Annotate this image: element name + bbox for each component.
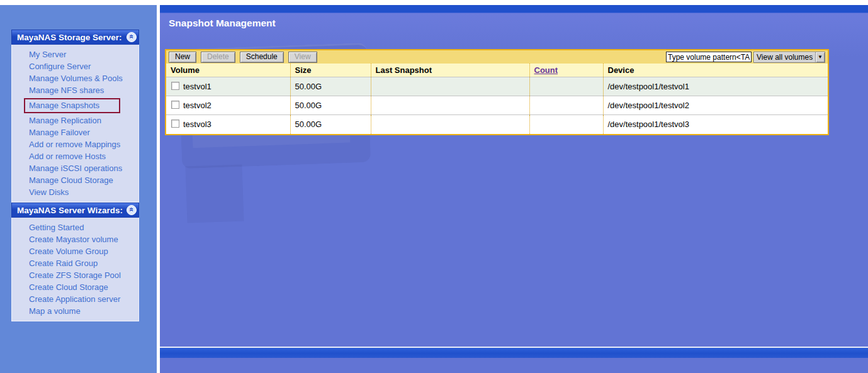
column-header-size: Size — [290, 64, 371, 77]
volume-pattern-input[interactable] — [666, 52, 752, 62]
toolbar-filter-group: View all volumes ▼ — [666, 52, 825, 63]
collapse-section-icon[interactable]: « — [127, 205, 137, 215]
volume-name: testvol2 — [183, 101, 211, 110]
volume-size: 50.00G — [290, 96, 371, 115]
table-row: testvol1 50.00G /dev/testpool1/testvol1 — [166, 77, 828, 96]
column-header-volume: Volume — [166, 64, 290, 77]
table-row: testvol2 50.00G /dev/testpool1/testvol2 — [166, 96, 828, 115]
sidebar-item-create-raid-group[interactable]: Create Raid Group — [12, 257, 138, 269]
device-path: /dev/testpool1/testvol3 — [603, 115, 828, 134]
column-header-last-snapshot: Last Snapshot — [371, 64, 529, 77]
delete-button: Delete — [201, 52, 235, 63]
row-checkbox[interactable] — [171, 101, 179, 109]
view-button: View — [288, 52, 317, 63]
last-snapshot — [371, 115, 529, 134]
menu-section-title: MayaNAS Server Wizards: — [17, 206, 123, 215]
dropdown-arrow-button[interactable]: ▼ — [815, 52, 825, 62]
volume-size: 50.00G — [290, 77, 371, 96]
sidebar-item-manage-replication[interactable]: Manage Replication — [12, 114, 138, 126]
menu-section-storage-server-header: MayaNAS Storage Server: « — [11, 30, 139, 45]
sidebar-item-create-mayastor-volume[interactable]: Create Mayastor volume — [12, 233, 138, 245]
table-header-row: Volume Size Last Snapshot Count Device — [166, 64, 828, 77]
menu-section-title: MayaNAS Storage Server: — [17, 33, 122, 42]
menu-section-wizards-header: MayaNAS Server Wizards: « — [11, 203, 139, 218]
volume-filter-select[interactable]: View all volumes ▼ — [753, 52, 825, 63]
sidebar-item-my-server[interactable]: My Server — [12, 48, 138, 60]
main-top-bar — [160, 5, 868, 13]
volume-name: testvol3 — [183, 120, 211, 129]
snapshot-grid: New Delete Schedule View View all volume… — [165, 49, 829, 135]
volume-size: 50.00G — [290, 115, 371, 134]
volume-filter-selected-value: View all volumes — [754, 53, 815, 62]
collapse-section-icon[interactable]: « — [127, 32, 137, 42]
sidebar-item-manage-failover[interactable]: Manage Failover — [12, 126, 138, 138]
sidebar-item-view-disks[interactable]: View Disks — [12, 186, 138, 198]
footer-bottom-strip — [160, 358, 868, 373]
sidebar-item-map-a-volume[interactable]: Map a volume — [12, 305, 138, 317]
row-checkbox[interactable] — [171, 82, 179, 90]
row-checkbox[interactable] — [171, 120, 179, 128]
menu-section-storage-server-items: My Server Configure Server Manage Volume… — [11, 45, 139, 203]
sidebar-item-manage-snapshots[interactable]: Manage Snapshots — [29, 99, 119, 111]
schedule-button[interactable]: Schedule — [240, 52, 284, 63]
main-content: Snapshot Management New Delete Schedule … — [160, 13, 868, 347]
last-snapshot — [371, 77, 529, 96]
sidebar-item-manage-cloud-storage[interactable]: Manage Cloud Storage — [12, 174, 138, 186]
column-header-count: Count — [529, 64, 603, 77]
top-margin-strip — [0, 0, 868, 5]
snapshot-toolbar: New Delete Schedule View View all volume… — [166, 50, 828, 64]
device-path: /dev/testpool1/testvol2 — [603, 96, 828, 115]
main-panel: Snapshot Management New Delete Schedule … — [160, 5, 868, 373]
sidebar-item-manage-iscsi[interactable]: Manage iSCSI operations — [12, 162, 138, 174]
active-item-highlight: Manage Snapshots — [24, 98, 120, 113]
sidebar-item-add-remove-mappings[interactable]: Add or remove Mappings — [12, 138, 138, 150]
sidebar: MayaNAS Storage Server: « My Server Conf… — [0, 5, 157, 373]
chevron-down-icon: ▼ — [818, 55, 823, 60]
new-button[interactable]: New — [169, 52, 196, 63]
column-header-device: Device — [603, 64, 828, 77]
snapshot-count — [529, 77, 603, 96]
sidebar-item-create-zfs-pool[interactable]: Create ZFS Storage Pool — [12, 269, 138, 281]
snapshot-count — [529, 96, 603, 115]
page-title: Snapshot Management — [169, 18, 276, 29]
device-path: /dev/testpool1/testvol1 — [603, 77, 828, 96]
table-row: testvol3 50.00G /dev/testpool1/testvol3 — [166, 115, 828, 134]
volumes-table: Volume Size Last Snapshot Count Device t… — [166, 64, 828, 134]
sidebar-item-create-application-server[interactable]: Create Application server — [12, 293, 138, 305]
sidebar-item-getting-started[interactable]: Getting Started — [12, 221, 138, 233]
count-sort-link[interactable]: Count — [534, 65, 558, 75]
sidebar-item-manage-volumes-pools[interactable]: Manage Volumes & Pools — [12, 72, 138, 84]
sidebar-item-add-remove-hosts[interactable]: Add or remove Hosts — [12, 150, 138, 162]
sidebar-menu: MayaNAS Storage Server: « My Server Conf… — [11, 30, 139, 321]
snapshot-count — [529, 115, 603, 134]
sidebar-item-create-volume-group[interactable]: Create Volume Group — [12, 245, 138, 257]
sidebar-item-configure-server[interactable]: Configure Server — [12, 60, 138, 72]
volume-name: testvol1 — [183, 82, 211, 91]
sidebar-item-manage-nfs-shares[interactable]: Manage NFS shares — [12, 84, 138, 96]
last-snapshot — [371, 96, 529, 115]
menu-section-wizards-items: Getting Started Create Mayastor volume C… — [11, 218, 139, 321]
sidebar-item-create-cloud-storage[interactable]: Create Cloud Storage — [12, 281, 138, 293]
footer-bar — [160, 348, 868, 358]
